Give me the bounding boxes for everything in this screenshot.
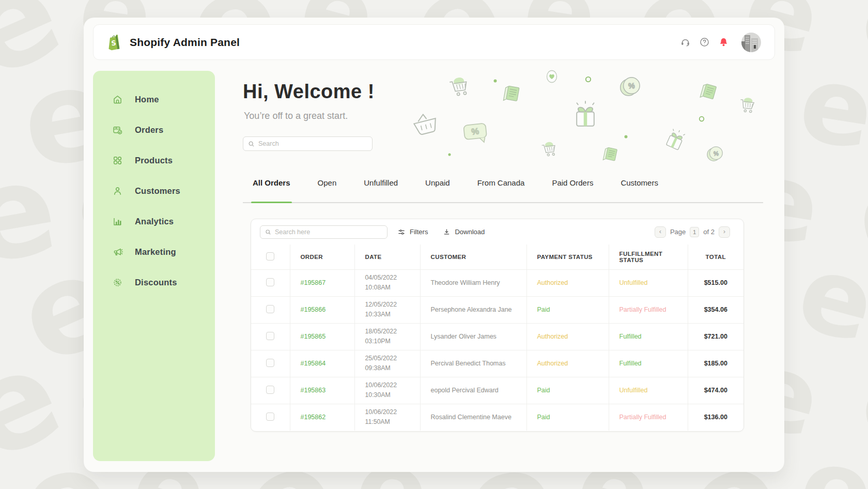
table-row: #19586704/05/202210:08AMTheodore William… (251, 269, 743, 296)
order-total: $474.00 (688, 377, 743, 404)
select-all-checkbox[interactable] (266, 252, 274, 261)
percent-bubble-illustration: % (458, 116, 492, 150)
payment-status: Authorized (526, 269, 609, 296)
welcome-subtitle: You’re off to a great start. (244, 111, 348, 121)
row-checkbox[interactable] (266, 359, 274, 367)
row-checkbox[interactable] (266, 386, 274, 394)
green-dot (493, 75, 497, 79)
tab-all-orders[interactable]: All Orders (253, 175, 290, 202)
row-checkbox[interactable] (266, 305, 274, 313)
welcome-search (243, 136, 373, 151)
svg-text:%: % (628, 82, 634, 90)
search-icon (265, 229, 271, 235)
row-checkbox[interactable] (266, 278, 274, 286)
sidebar-item-label: Customers (135, 186, 180, 196)
sidebar-item-customers[interactable]: Customers (93, 176, 215, 206)
filters-icon (397, 228, 406, 236)
payment-status: Authorized (526, 323, 609, 350)
orders-search (260, 225, 388, 239)
column-header-date: DATE (354, 244, 420, 269)
order-link[interactable]: #195865 (301, 333, 326, 340)
tab-from-canada[interactable]: From Canada (477, 175, 525, 202)
tab-open[interactable]: Open (318, 175, 337, 202)
tab-customers[interactable]: Customers (621, 175, 658, 202)
sidebar-item-label: Marketing (135, 247, 176, 257)
order-customer: Rosalind Clementine Maeve (420, 404, 526, 431)
order-link[interactable]: #195866 (301, 306, 326, 313)
payment-status: Paid (526, 404, 609, 431)
welcome-title: Hi, Welcome ! (243, 81, 375, 103)
order-total: $185.00 (688, 350, 743, 377)
gift-box-illustration (660, 125, 691, 156)
orders-toolbar: Filters Download ‹ Page 1 of 2 (251, 219, 743, 244)
discounts-icon (112, 277, 123, 288)
order-total: $515.00 (688, 269, 743, 296)
analytics-icon (112, 216, 123, 227)
table-header-row: ORDERDATECUSTOMERPAYMENT STATUSFULFILLME… (251, 244, 743, 269)
sidebar-item-analytics[interactable]: Analytics (93, 206, 215, 237)
main-content: Hi, Welcome ! You’re off to a great star… (243, 18, 765, 472)
sidebar-item-label: Analytics (135, 217, 174, 226)
shopping-cart-illustration (444, 73, 475, 104)
fulfillment-status: Unfulfilled (609, 269, 688, 296)
column-header-total: TOTAL (688, 244, 743, 269)
order-date: 18/05/202203:10PM (354, 323, 420, 350)
fulfillment-status: Partially Fulfilled (609, 404, 688, 431)
home-icon (112, 94, 123, 105)
tab-unpaid[interactable]: Unpaid (425, 175, 450, 202)
order-total: $721.00 (688, 323, 743, 350)
current-page[interactable]: 1 (690, 227, 699, 237)
fulfillment-status: Fulfilled (609, 350, 688, 377)
next-page-button[interactable]: › (719, 226, 730, 238)
receipt-illustration (598, 143, 623, 167)
welcome-search-input[interactable] (258, 140, 367, 147)
row-checkbox[interactable] (266, 332, 274, 340)
green-ring (585, 75, 592, 82)
download-button[interactable]: Download (443, 228, 485, 236)
svg-text:%: % (471, 126, 479, 136)
shopping-cart-illustration (735, 94, 760, 119)
order-link[interactable]: #195862 (301, 414, 326, 421)
sidebar-item-label: Orders (135, 125, 163, 135)
order-date: 10/06/202211:50AM (354, 404, 420, 431)
products-icon (112, 155, 123, 166)
tab-paid-orders[interactable]: Paid Orders (552, 175, 593, 202)
row-checkbox[interactable] (266, 412, 274, 421)
app-title: Shopify Admin Panel (130, 36, 240, 49)
order-customer: Percival Benedict Thomas (420, 350, 526, 377)
fulfillment-status: Partially Fulfilled (609, 296, 688, 323)
sidebar-item-orders[interactable]: Orders (93, 115, 215, 145)
heart-badge-illustration (542, 68, 561, 87)
svg-text:S: S (111, 39, 117, 47)
order-date: 04/05/202210:08AM (354, 269, 420, 296)
sidebar-item-label: Products (135, 156, 173, 165)
sidebar-item-products[interactable]: Products (93, 145, 215, 176)
order-date: 12/05/202210:33AM (354, 296, 420, 323)
sidebar-item-discounts[interactable]: Discounts (93, 267, 215, 298)
percent-coin-illustration: % (616, 72, 645, 101)
orders-search-input[interactable] (275, 228, 382, 236)
sidebar-item-marketing[interactable]: Marketing (93, 237, 215, 267)
order-link[interactable]: #195863 (301, 387, 326, 394)
orders-panel: Filters Download ‹ Page 1 of 2 (251, 219, 744, 432)
prev-page-button[interactable]: ‹ (655, 226, 666, 238)
orders-icon (112, 125, 123, 135)
filters-button[interactable]: Filters (397, 228, 428, 236)
sidebar-item-label: Home (135, 95, 159, 104)
sidebar: HomeOrdersProductsCustomersAnalyticsMark… (93, 71, 215, 461)
shopping-cart-illustration (537, 139, 561, 162)
sidebar-item-label: Discounts (135, 278, 177, 287)
percent-coin-illustration: % (704, 143, 726, 165)
receipt-illustration (498, 81, 525, 108)
svg-text:%: % (714, 150, 719, 157)
order-total: $354.06 (688, 296, 743, 323)
order-customer: Lysander Oliver James (420, 323, 526, 350)
filters-label: Filters (410, 228, 428, 236)
order-tabs: All OrdersOpenUnfulfilledUnpaidFrom Cana… (243, 175, 763, 203)
order-link[interactable]: #195867 (301, 279, 326, 286)
gift-box-illustration (569, 99, 601, 131)
column-header-payment-status: PAYMENT STATUS (526, 244, 609, 269)
order-link[interactable]: #195864 (301, 360, 326, 367)
sidebar-item-home[interactable]: Home (93, 84, 215, 115)
tab-unfulfilled[interactable]: Unfulfilled (364, 175, 398, 202)
